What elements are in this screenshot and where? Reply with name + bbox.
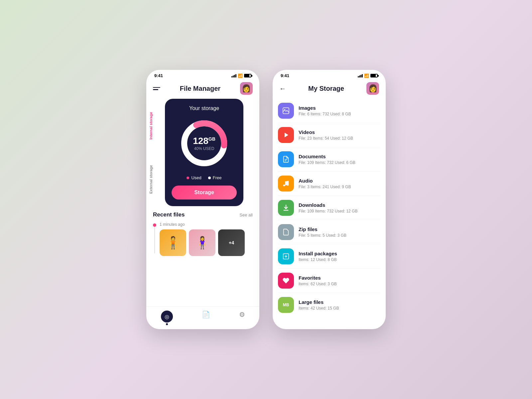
svg-point-8: [287, 184, 289, 186]
storage-used-pct: 40% USED: [193, 146, 215, 151]
category-meta: Items: 12 Used: 8 GB: [299, 257, 380, 262]
bottom-nav: ◎ 📄 ⚙: [146, 306, 259, 329]
category-info: DownloadsFile: 109 Items: 732 Used: 12 G…: [299, 202, 380, 213]
status-bar: 9:41 📶: [146, 70, 259, 79]
storage-category-item[interactable]: MBLarge filesItems: 42 Used: 15 GB: [278, 293, 380, 317]
nav-home[interactable]: ◎: [161, 311, 173, 323]
timeline-dot-col: [153, 222, 156, 253]
timeline-line: [154, 227, 155, 253]
thumbnail-2[interactable]: 🧍‍♀️: [189, 229, 215, 256]
timeline-item: 1 minutes ago 🧍 🧍‍♀️ +4: [153, 222, 253, 256]
storage-category-item[interactable]: VideosFile: 23 Items: 54 Used: 12 GB: [278, 123, 380, 147]
battery-icon-2: [370, 74, 378, 77]
storage-category-item[interactable]: AudioFile: 3 Items: 241 Used: 9 GB: [278, 172, 380, 196]
category-name: Videos: [299, 129, 380, 135]
wifi-icon-2: 📶: [364, 73, 369, 78]
nav-settings[interactable]: ⚙: [239, 311, 245, 323]
category-meta: Items: 42 Used: 15 GB: [299, 306, 380, 311]
category-icon-downloads: [278, 200, 294, 216]
battery-icon: [244, 74, 251, 77]
storage-category-item[interactable]: ImagesFile: 6 Items: 732 Used: 8 GB: [278, 99, 380, 123]
donut-center-text: 128GB 40% USED: [193, 136, 215, 151]
category-info: FavoritesItems: 62 Used: 3 GB: [299, 275, 380, 286]
phone-my-storage: 9:41 📶 ← My Storage 👩 ImagesFile: 6 Item…: [273, 70, 386, 329]
category-meta: File: 23 Items: 54 Used: 12 GB: [299, 136, 380, 141]
user-avatar[interactable]: 👩: [240, 82, 253, 95]
category-meta: File: 6 Items: 732 Used: 8 GB: [299, 112, 380, 116]
category-info: Zip filesFile: 5 Items: 5 Used: 3 GB: [299, 226, 380, 238]
legend-free: Free: [208, 175, 222, 180]
category-icon-favorites: [278, 273, 294, 289]
category-name: Documents: [299, 154, 380, 159]
storage-category-list: ImagesFile: 6 Items: 732 Used: 8 GBVideo…: [273, 99, 386, 329]
category-meta: File: 109 Items: 732 Used: 6 GB: [299, 160, 380, 165]
category-name: Large files: [299, 299, 380, 305]
used-dot: [187, 177, 189, 179]
back-button[interactable]: ←: [279, 85, 286, 92]
recent-files-section: Recent files See all 1 minutes ago 🧍 🧍‍♀…: [146, 206, 259, 259]
storage-category-item[interactable]: FavoritesItems: 62 Used: 3 GB: [278, 269, 380, 293]
category-meta: Items: 62 Used: 3 GB: [299, 282, 380, 286]
my-storage-title: My Storage: [308, 85, 344, 92]
storage-category-item[interactable]: Install packagesItems: 12 Used: 8 GB: [278, 244, 380, 269]
category-info: AudioFile: 3 Items: 241 Used: 9 GB: [299, 178, 380, 189]
phone-file-manager: 9:41 📶 File Manager 👩 Internal stora: [146, 70, 259, 329]
category-info: VideosFile: 23 Items: 54 Used: 12 GB: [299, 129, 380, 141]
time-display-2: 9:41: [281, 73, 289, 78]
timeline-timestamp: 1 minutes ago: [160, 222, 253, 227]
storage-card-title: Your storage: [189, 105, 219, 111]
category-info: Install packagesItems: 12 Used: 8 GB: [299, 251, 380, 262]
storage-legend: Used Free: [187, 175, 221, 180]
user-avatar-2[interactable]: 👩: [366, 82, 379, 95]
signal-icon: [231, 74, 236, 77]
timeline-content: 1 minutes ago 🧍 🧍‍♀️ +4: [160, 222, 253, 256]
storage-category-item[interactable]: DownloadsFile: 109 Items: 732 Used: 12 G…: [278, 196, 380, 220]
file-thumbnails: 🧍 🧍‍♀️ +4: [160, 229, 253, 256]
category-info: ImagesFile: 6 Items: 732 Used: 8 GB: [299, 105, 380, 116]
thumbnail-1[interactable]: 🧍: [160, 229, 186, 256]
timeline-dot: [153, 223, 156, 227]
category-icon-zip-files: [278, 224, 294, 240]
app-header: File Manager 👩: [146, 79, 259, 99]
see-all-button[interactable]: See all: [239, 212, 253, 217]
category-name: Zip files: [299, 226, 380, 232]
files-icon: 📄: [202, 311, 210, 319]
storage-category-item[interactable]: Zip filesFile: 5 Items: 5 Used: 3 GB: [278, 220, 380, 244]
svg-point-7: [283, 185, 285, 187]
recent-files-title: Recent files: [153, 211, 185, 218]
category-name: Favorites: [299, 275, 380, 281]
category-name: Install packages: [299, 251, 380, 256]
internal-storage-label: Internal storage: [149, 99, 153, 153]
category-name: Audio: [299, 178, 380, 184]
thumbnail-overflow: +4: [218, 229, 245, 256]
storage-size: 128GB: [193, 136, 215, 146]
category-icon-videos: [278, 127, 294, 143]
category-meta: File: 5 Items: 5 Used: 3 GB: [299, 233, 380, 238]
category-meta: File: 3 Items: 241 Used: 9 GB: [299, 185, 380, 189]
time-display: 9:41: [154, 73, 163, 78]
home-icon: ◎: [161, 311, 173, 323]
external-storage-label: External storage: [149, 153, 153, 206]
category-icon-documents: [278, 151, 294, 167]
category-name: Images: [299, 105, 380, 111]
category-icon-large-files: MB: [278, 297, 294, 313]
category-info: Large filesItems: 42 Used: 15 GB: [299, 299, 380, 311]
nav-active-indicator: [166, 323, 168, 325]
category-name: Downloads: [299, 202, 380, 208]
svg-marker-4: [285, 133, 288, 137]
legend-used: Used: [187, 175, 201, 180]
storage-button[interactable]: Storage: [172, 186, 237, 200]
thumbnail-3[interactable]: +4: [218, 229, 245, 256]
category-icon-images: [278, 103, 294, 119]
wifi-icon: 📶: [238, 73, 243, 78]
settings-icon: ⚙: [239, 311, 245, 319]
status-bar-2: 9:41 📶: [273, 70, 386, 79]
category-icon-audio: [278, 176, 294, 192]
storage-donut-chart: 128GB 40% USED: [178, 117, 231, 170]
nav-files[interactable]: 📄: [202, 311, 210, 323]
free-dot: [208, 177, 211, 179]
storage-category-item[interactable]: DocumentsFile: 109 Items: 732 Used: 6 GB: [278, 147, 380, 172]
recent-files-header: Recent files See all: [153, 211, 253, 218]
storage-section: Internal storage External storage Your s…: [160, 99, 249, 206]
menu-button[interactable]: [153, 87, 160, 90]
